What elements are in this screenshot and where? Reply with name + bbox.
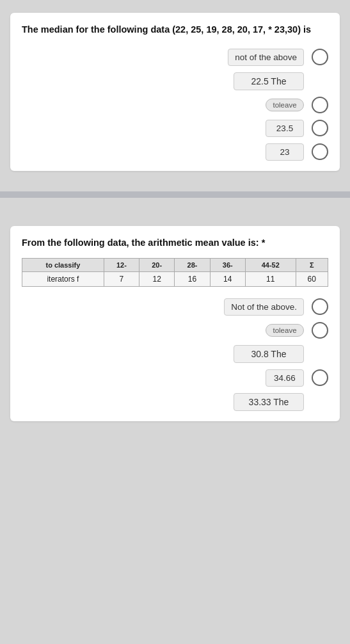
q2-label-3: 30.8 The — [234, 345, 304, 363]
table-cell-1: 7 — [104, 271, 139, 286]
q1-radio-5[interactable] — [312, 143, 328, 160]
table-cell-4: 14 — [210, 271, 245, 286]
q1-label-5: 23 — [266, 143, 304, 161]
table-cell-0: iterators f — [22, 271, 104, 286]
q1-option-2: 22.5 The — [22, 72, 328, 90]
q2-label-4: 34.66 — [266, 369, 304, 387]
q2-option-2: toleave — [22, 322, 328, 339]
table-header-6: Σ — [296, 258, 328, 271]
table-cell-2: 12 — [139, 271, 175, 286]
q2-option-1: Not of the above. — [22, 298, 328, 316]
q2-label-1: Not of the above. — [224, 298, 304, 316]
q1-label-4: 23.5 — [266, 120, 304, 137]
q2-label-2: toleave — [266, 324, 304, 337]
table-cell-3: 16 — [175, 271, 210, 286]
table-header-0: to classify — [22, 258, 104, 271]
q1-option-1: not of the above — [22, 49, 328, 66]
table-header-1: 12- — [104, 258, 139, 271]
q2-radio-4[interactable] — [312, 369, 328, 386]
q1-option-3: toleave — [22, 97, 328, 113]
question2-card: From the following data, the arithmetic … — [10, 226, 340, 421]
q1-radio-3[interactable] — [312, 97, 328, 113]
q1-option-5: 23 — [22, 143, 328, 161]
question1-options: not of the above 22.5 The toleave 23.5 2… — [22, 49, 328, 161]
q2-option-4: 34.66 — [22, 369, 328, 387]
q1-label-3: toleave — [266, 99, 304, 111]
q1-label-1: not of the above — [228, 49, 304, 66]
q1-option-4: 23.5 — [22, 120, 328, 137]
q2-option-3: 30.8 The — [22, 345, 328, 363]
question2-table: to classify 12- 20- 28- 36- 44-52 Σ iter… — [22, 258, 328, 287]
q2-option-5: 33.33 The — [22, 393, 328, 411]
table-row: iterators f 7 12 16 14 11 60 — [22, 271, 328, 286]
section-divider — [0, 191, 350, 198]
question1-text: The median for the following data (22, 2… — [22, 23, 328, 37]
q1-radio-1[interactable] — [312, 49, 328, 65]
question2-section: From the following data, the arithmetic … — [0, 213, 350, 442]
table-header-5: 44-52 — [245, 258, 296, 271]
q2-radio-1[interactable] — [312, 298, 328, 315]
q2-label-5: 33.33 The — [234, 393, 304, 411]
section-gap — [0, 198, 350, 213]
table-header-3: 28- — [175, 258, 210, 271]
question2-text: From the following data, the arithmetic … — [22, 236, 328, 250]
table-cell-6: 60 — [296, 271, 328, 286]
q1-label-2: 22.5 The — [234, 72, 304, 90]
q2-radio-2[interactable] — [312, 322, 328, 339]
q1-radio-4[interactable] — [312, 120, 328, 136]
table-header-4: 36- — [210, 258, 245, 271]
question2-options: Not of the above. toleave 30.8 The 34.66… — [22, 298, 328, 411]
question1-section: The median for the following data (22, 2… — [0, 0, 350, 191]
question1-card: The median for the following data (22, 2… — [10, 13, 340, 171]
table-header-2: 20- — [139, 258, 175, 271]
table-cell-5: 11 — [245, 271, 296, 286]
